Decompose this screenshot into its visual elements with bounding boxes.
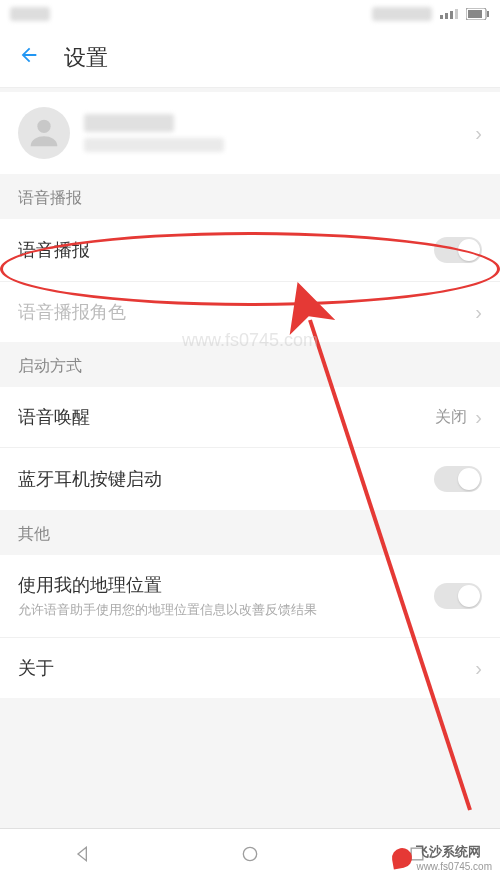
svg-rect-3 — [455, 9, 458, 19]
chevron-right-icon: › — [475, 122, 482, 145]
svg-rect-6 — [487, 11, 489, 17]
battery-icon — [466, 8, 490, 20]
toggle-voice-broadcast[interactable] — [434, 237, 482, 263]
profile-text — [84, 114, 475, 152]
svg-rect-2 — [450, 11, 453, 19]
profile-name-blur — [84, 114, 174, 132]
status-right — [372, 7, 490, 21]
row-subtitle: 允许语音助手使用您的地理位置信息以改善反馈结果 — [18, 601, 434, 619]
row-voice-broadcast[interactable]: 语音播报 — [0, 219, 500, 282]
status-right-blur — [372, 7, 432, 21]
toggle-bluetooth[interactable] — [434, 466, 482, 492]
watermark-brand-name: 飞沙系统网 — [416, 843, 492, 861]
watermark-brand-url: www.fs0745.com — [416, 861, 492, 872]
row-label: 语音唤醒 — [18, 405, 435, 429]
status-bar — [0, 0, 500, 28]
back-button[interactable] — [18, 44, 40, 72]
chevron-right-icon: › — [475, 657, 482, 680]
svg-rect-5 — [468, 10, 482, 18]
row-location[interactable]: 使用我的地理位置 允许语音助手使用您的地理位置信息以改善反馈结果 — [0, 555, 500, 638]
page-title: 设置 — [64, 43, 108, 73]
watermark-brand: 飞沙系统网 www.fs0745.com — [392, 843, 492, 872]
nav-home-button[interactable] — [240, 844, 260, 870]
avatar — [18, 107, 70, 159]
row-label: 使用我的地理位置 — [18, 573, 434, 597]
row-bluetooth-key[interactable]: 蓝牙耳机按键启动 — [0, 448, 500, 510]
status-left-blur — [10, 7, 50, 21]
nav-back-button[interactable] — [73, 844, 93, 870]
section-header-other: 其他 — [0, 510, 500, 555]
header: 设置 — [0, 28, 500, 88]
toggle-location[interactable] — [434, 583, 482, 609]
profile-sub-blur — [84, 138, 224, 152]
other-list: 使用我的地理位置 允许语音助手使用您的地理位置信息以改善反馈结果 关于 › — [0, 555, 500, 698]
person-icon — [24, 113, 64, 153]
startup-list: 语音唤醒 关闭 › 蓝牙耳机按键启动 — [0, 387, 500, 510]
svg-point-7 — [37, 120, 50, 133]
svg-rect-1 — [445, 13, 448, 19]
chevron-right-icon: › — [475, 406, 482, 429]
section-header-voice: 语音播报 — [0, 174, 500, 219]
chevron-right-icon: › — [475, 301, 482, 324]
section-header-startup: 启动方式 — [0, 342, 500, 387]
row-label: 蓝牙耳机按键启动 — [18, 467, 434, 491]
row-value: 关闭 — [435, 407, 467, 428]
row-label: 关于 — [18, 656, 475, 680]
svg-point-9 — [243, 847, 256, 860]
signal-icon — [440, 9, 458, 19]
triangle-left-icon — [73, 844, 93, 864]
row-voice-wake[interactable]: 语音唤醒 关闭 › — [0, 387, 500, 448]
brand-logo-icon — [391, 846, 414, 869]
circle-icon — [240, 844, 260, 864]
arrow-left-icon — [18, 44, 40, 66]
row-label: 语音播报 — [18, 238, 434, 262]
row-label: 语音播报角色 — [18, 300, 475, 324]
svg-rect-0 — [440, 15, 443, 19]
voice-list: 语音播报 语音播报角色 › — [0, 219, 500, 342]
profile-row[interactable]: › — [0, 92, 500, 174]
row-about[interactable]: 关于 › — [0, 638, 500, 698]
row-voice-role[interactable]: 语音播报角色 › — [0, 282, 500, 342]
